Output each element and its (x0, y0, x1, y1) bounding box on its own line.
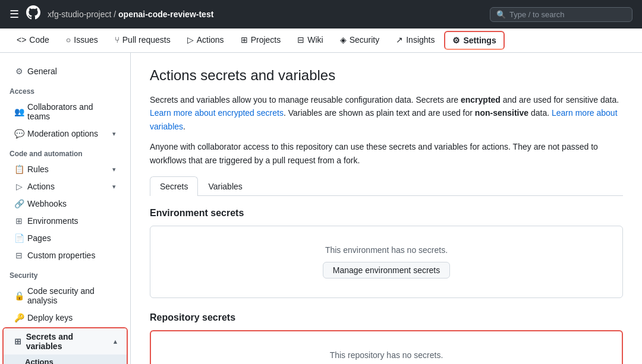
code-security-icon: 🔒 (14, 291, 24, 300)
github-logo (26, 5, 40, 23)
tab-insights[interactable]: ↗ Insights (389, 29, 442, 52)
custom-properties-icon: ⊟ (14, 251, 24, 260)
pullrequest-icon: ⑂ (115, 35, 119, 45)
chevron-down-icon: ▾ (112, 166, 116, 173)
secrets-icon: ⊞ (13, 337, 23, 346)
insights-icon: ↗ (396, 35, 403, 45)
hamburger-icon[interactable]: ☰ (10, 8, 19, 21)
issues-icon: ○ (66, 35, 71, 45)
chevron-up-icon: ▴ (114, 338, 117, 346)
tab-issues[interactable]: ○ Issues (59, 29, 105, 52)
sidebar-item-deploy-keys[interactable]: 🔑 Deploy keys (5, 309, 125, 326)
search-icon: 🔍 (496, 10, 506, 19)
search-placeholder: Type / to search (509, 10, 565, 19)
actions-sidebar-icon: ▷ (14, 182, 24, 191)
repo-name[interactable]: openai-code-review-test (118, 10, 213, 19)
sidebar-item-general[interactable]: ⚙ General (5, 63, 125, 80)
sidebar-item-rules[interactable]: 📋 Rules ▾ (5, 161, 125, 178)
sidebar-section-security: Security (0, 264, 130, 282)
security-icon: ◈ (340, 35, 347, 45)
environments-icon: ⊞ (14, 216, 24, 226)
sidebar-subitem-actions[interactable]: Actions (4, 354, 127, 364)
sidebar-general-label: General (27, 67, 57, 76)
sidebar-item-actions[interactable]: ▷ Actions ▾ (5, 178, 125, 195)
deploy-keys-icon: 🔑 (14, 313, 24, 322)
rules-icon: 📋 (14, 164, 24, 174)
webhooks-icon: 🔗 (14, 199, 24, 208)
moderation-icon: 💬 (14, 129, 24, 138)
sidebar-item-secrets-variables[interactable]: ⊞ Secrets and variables ▴ (4, 328, 127, 354)
repo-secrets-title: Repository secrets (150, 312, 623, 323)
main-content: Actions secrets and variables Secrets an… (131, 53, 642, 364)
tab-security[interactable]: ◈ Security (333, 29, 387, 52)
tab-secrets[interactable]: Secrets (150, 176, 198, 196)
sidebar-item-environments[interactable]: ⊞ Environments (5, 213, 125, 229)
topbar: ☰ xfg-studio-project / openai-code-revie… (0, 0, 642, 29)
sidebar-section-access: Access (0, 80, 130, 98)
chevron-down-icon: ▾ (112, 183, 116, 191)
general-icon: ⚙ (14, 67, 24, 76)
sidebar-item-code-security[interactable]: 🔒 Code security and analysis (5, 283, 125, 309)
actions-icon: ▷ (187, 35, 194, 45)
manage-env-secrets-button[interactable]: Manage environment secrets (323, 262, 451, 278)
description-1: Secrets and variables allow you to manag… (150, 93, 623, 133)
sidebar: ⚙ General Access 👥 Collaborators and tea… (0, 53, 131, 364)
tab-projects[interactable]: ⊞ Projects (234, 29, 288, 52)
repo-secrets-empty: This repository has no secrets. (330, 350, 443, 360)
page-layout: ⚙ General Access 👥 Collaborators and tea… (0, 53, 642, 364)
collaborators-icon: 👥 (14, 107, 24, 116)
sidebar-item-moderation[interactable]: 💬 Moderation options ▾ (5, 125, 125, 142)
sidebar-secrets-group: ⊞ Secrets and variables ▴ Actions Codesp… (2, 327, 128, 364)
projects-icon: ⊞ (241, 35, 248, 45)
env-secrets-box: This environment has no secrets. Manage … (150, 226, 623, 298)
tab-variables[interactable]: Variables (198, 176, 252, 196)
sidebar-item-webhooks[interactable]: 🔗 Webhooks (5, 195, 125, 212)
pages-icon: 📄 (14, 233, 24, 243)
sidebar-item-collaborators[interactable]: 👥 Collaborators and teams (5, 99, 125, 125)
org-link[interactable]: xfg-studio-project (48, 10, 111, 19)
chevron-down-icon: ▾ (112, 130, 116, 138)
description-2: Anyone with collaborator access to this … (150, 140, 623, 167)
link-encrypted-secrets[interactable]: Learn more about encrypted secrets (150, 108, 284, 118)
env-secrets-empty: This environment has no secrets. (325, 245, 448, 255)
sidebar-item-custom-properties[interactable]: ⊟ Custom properties (5, 247, 125, 264)
env-secrets-title: Environment secrets (150, 208, 623, 219)
code-icon: <> (17, 35, 26, 45)
repo-secrets-box: This repository has no secrets. New repo… (150, 330, 623, 364)
wiki-icon: ⊟ (297, 35, 304, 45)
tab-settings[interactable]: ⚙ Settings (444, 31, 504, 50)
page-title: Actions secrets and variables (150, 67, 623, 84)
tab-pullrequests[interactable]: ⑂ Pull requests (108, 29, 178, 52)
search-bar[interactable]: 🔍 Type / to search (490, 7, 632, 22)
tab-actions[interactable]: ▷ Actions (180, 29, 231, 52)
nav-tabs: <> Code ○ Issues ⑂ Pull requests ▷ Actio… (0, 29, 642, 53)
tab-code[interactable]: <> Code (10, 29, 56, 52)
sidebar-section-codeauto: Code and automation (0, 143, 130, 160)
content-tabs: Secrets Variables (150, 176, 623, 196)
breadcrumb: xfg-studio-project / openai-code-review-… (48, 10, 213, 19)
tab-wiki[interactable]: ⊟ Wiki (290, 29, 330, 52)
sidebar-item-pages[interactable]: 📄 Pages (5, 230, 125, 246)
settings-icon: ⚙ (452, 36, 460, 45)
